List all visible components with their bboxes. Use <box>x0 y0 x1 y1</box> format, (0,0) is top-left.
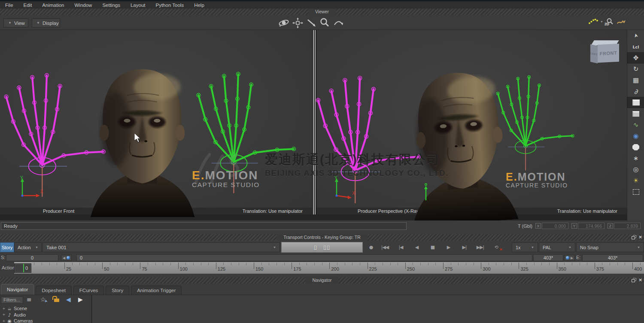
tab-dopesheet[interactable]: Dopesheet <box>36 286 72 295</box>
shaded-display-mode[interactable] <box>627 97 644 108</box>
navigator-pane-divider[interactable] <box>91 295 93 323</box>
restore-window-icon[interactable] <box>631 278 636 283</box>
right-arrow-icon: ▶ <box>571 256 573 260</box>
light-tool[interactable]: ☀ <box>627 175 644 186</box>
menu-settings[interactable]: Settings <box>97 3 125 8</box>
view-cube[interactable]: LEFT FRONT <box>587 39 622 66</box>
start-frame-field[interactable]: 0 <box>6 254 58 261</box>
snap-asterisk-tool[interactable]: ∗ <box>627 153 644 164</box>
lcl-gbl-toggle[interactable]: Lcl <box>627 41 644 52</box>
pan-camera-icon[interactable] <box>292 17 304 29</box>
restore-window-icon[interactable] <box>631 235 636 240</box>
chevron-down-icon[interactable]: ▼ <box>600 20 603 23</box>
range-slider[interactable]: 0 <box>76 254 532 261</box>
step-backward-button[interactable]: ◀ <box>409 242 425 252</box>
next-key-button[interactable]: ▶| <box>456 242 472 252</box>
orbit-camera-icon[interactable] <box>278 17 290 29</box>
goto-end-button[interactable]: ▶▶| <box>472 242 488 252</box>
frame-rate-dropdown[interactable]: PAL <box>539 242 575 252</box>
navigator-panel-header[interactable]: Navigator <box>0 277 644 284</box>
loop-toggle[interactable]: ⟲× <box>488 242 504 252</box>
take-selector[interactable]: Take 001 <box>43 242 280 252</box>
snap-mode-dropdown[interactable]: No Snap <box>576 242 644 252</box>
navigator-tree-pane: Filters... ≡ ☆➤ ◀ ▶ +☕Scene+♪Audio+◉Came… <box>0 295 91 323</box>
keyframe-path-icon[interactable] <box>588 18 599 27</box>
stop-button[interactable]: ■ <box>425 242 440 252</box>
back-arrow-icon[interactable]: ◀ <box>66 296 71 303</box>
tree-item-cameras[interactable]: +◉Cameras <box>0 318 91 323</box>
playhead[interactable]: 0 <box>14 263 31 273</box>
transport-controls-header[interactable]: Transport Controls - Keying Group: TR <box>0 234 644 241</box>
menu-file[interactable]: File <box>0 3 18 8</box>
zoom-2d-icon[interactable]: 2D <box>605 18 614 28</box>
close-window-icon[interactable] <box>638 235 643 240</box>
tree-item-scene[interactable]: +☕Scene <box>0 305 91 312</box>
viewer-panel-header[interactable]: Viewer <box>0 9 644 15</box>
action-mode-dropdown[interactable]: Action <box>14 242 42 252</box>
lasso-tool[interactable]: ∂ <box>627 86 644 97</box>
range-left-key-control[interactable]: ◀ <box>61 255 72 261</box>
close-window-icon[interactable] <box>638 278 643 283</box>
display-dropdown[interactable]: ▼ Display <box>32 18 60 27</box>
z-value-field[interactable]: 2.839 <box>614 223 641 229</box>
menu-python-tools[interactable]: Python Tools <box>151 3 189 8</box>
story-mode-button[interactable]: Story <box>0 242 14 252</box>
expand-plus-icon[interactable]: + <box>2 312 6 317</box>
pin-tool[interactable]: ◉ <box>627 130 644 142</box>
expand-plus-icon[interactable]: + <box>2 306 6 311</box>
camera-view-tool[interactable]: ◎ <box>627 164 644 175</box>
y-value-field[interactable]: 174.966 <box>578 223 605 229</box>
tab-story[interactable]: Story <box>106 286 129 295</box>
range-right-key-control[interactable]: ▶ <box>564 255 575 261</box>
view-dropdown[interactable]: ▼ View <box>3 18 28 27</box>
x-value-field[interactable]: 0.000 <box>542 223 568 229</box>
chevron-down-icon: ▼ <box>36 21 40 25</box>
playback-speed-dropdown[interactable]: 1x <box>512 242 538 252</box>
rotate-tool[interactable]: ↻ <box>627 63 644 75</box>
expand-plus-icon[interactable]: + <box>2 319 6 323</box>
polygon-tool[interactable] <box>627 142 644 153</box>
goto-start-button[interactable]: |◀◀ <box>377 242 393 252</box>
draw-pencil-icon[interactable] <box>617 18 627 28</box>
tab-animation-trigger[interactable]: Animation Trigger <box>131 286 182 295</box>
transport-buttons: ●|◀◀|◀◀■▶▶|▶▶|⟲× <box>365 242 504 252</box>
spline-tool[interactable]: ∿ <box>627 119 644 130</box>
play-button[interactable]: ▶ <box>440 242 456 252</box>
ruler-frame-label: 175 <box>293 266 301 272</box>
view-cube-front-face[interactable]: FRONT <box>598 44 619 63</box>
tab-fcurves[interactable]: FCurves <box>73 286 104 295</box>
record-button[interactable]: ● <box>365 242 377 252</box>
scale-tool[interactable]: ▦ <box>627 75 644 86</box>
timeline-ruler[interactable]: 0 25507510012515017520022525027530032535… <box>14 262 644 274</box>
y-axis-chip: Y <box>571 223 577 229</box>
range-right-field[interactable]: 403* <box>533 254 563 261</box>
marquee-select-tool[interactable] <box>627 186 644 197</box>
zoom-camera-icon[interactable] <box>319 17 331 29</box>
menu-layout[interactable]: Layout <box>125 3 151 8</box>
previous-key-button[interactable]: |◀ <box>393 242 409 252</box>
select-tool[interactable]: ➤ <box>627 30 644 41</box>
menu-animation[interactable]: Animation <box>37 3 69 8</box>
tab-navigator[interactable]: Navigator <box>1 284 34 295</box>
forward-arrow-icon[interactable]: ▶ <box>78 296 83 303</box>
list-view-icon[interactable]: ≡ <box>27 296 32 303</box>
menu-edit[interactable]: Edit <box>18 3 37 8</box>
dolly-camera-icon[interactable] <box>306 17 317 29</box>
x-axis-chip: X <box>535 223 541 229</box>
layout-single-toggle[interactable]: ▯ <box>314 244 317 251</box>
ruler-frame-label: 25 <box>66 266 71 272</box>
menu-window[interactable]: Window <box>70 3 97 8</box>
layout-double-toggle[interactable]: ▯▯ <box>323 244 330 251</box>
star-filter-icon[interactable]: ☆➤ <box>40 296 46 303</box>
tree-item-audio[interactable]: +♪Audio <box>0 312 91 318</box>
view-cube-left-face[interactable]: LEFT <box>590 44 598 63</box>
models-display-mode[interactable] <box>627 108 644 119</box>
filters-button[interactable]: Filters... <box>1 296 23 304</box>
side-toolbar: ➤Lcl✥↻▦∂∿◉∗◎☀ <box>627 30 644 220</box>
arc-rotate-icon[interactable] <box>333 17 344 29</box>
ruler-frame-label: 50 <box>104 266 109 272</box>
translate-tool[interactable]: ✥ <box>627 52 644 63</box>
menu-help[interactable]: Help <box>189 3 210 8</box>
end-frame-field[interactable]: 403* <box>582 254 643 261</box>
unlock-icon[interactable] <box>54 299 59 302</box>
